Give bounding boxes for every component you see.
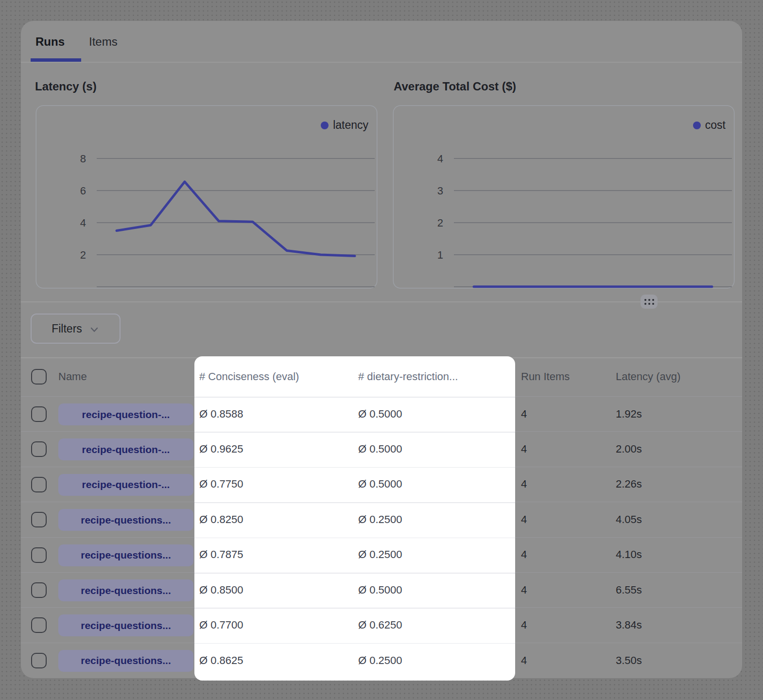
resize-drag-handle[interactable] — [641, 295, 658, 309]
latency-avg-cell: 2.00s — [616, 432, 642, 466]
row-checkbox[interactable] — [31, 512, 47, 527]
run-name-badge[interactable]: recipe-question-... — [58, 474, 193, 496]
run-name-badge[interactable]: recipe-questions... — [58, 650, 193, 672]
latency-chart-title: Latency (s) — [35, 80, 97, 93]
chevron-down-icon — [89, 324, 100, 335]
row-checkbox[interactable] — [31, 441, 47, 457]
run-name-badge[interactable]: recipe-questions... — [58, 614, 193, 636]
svg-text:6: 6 — [80, 185, 86, 197]
latency-avg-cell: 2.26s — [616, 467, 642, 502]
latency-chart: 2468 latency — [36, 106, 377, 288]
run-name-badge[interactable]: recipe-questions... — [58, 509, 193, 531]
conciseness-score-cell: Ø 0.7700 — [199, 608, 243, 642]
column-header-name: Name — [58, 357, 87, 396]
column-header-dietary-restriction: # dietary-restriction... — [358, 357, 458, 396]
table-row[interactable]: recipe-question-...Ø 0.8588Ø 0.500041.92… — [21, 397, 742, 432]
filters-button[interactable]: Filters — [31, 314, 121, 344]
latency-avg-cell: 4.05s — [616, 502, 642, 537]
row-checkbox[interactable] — [31, 547, 47, 563]
latency-avg-cell: 1.92s — [616, 397, 642, 431]
table-row[interactable]: recipe-question-...Ø 0.7750Ø 0.500042.26… — [21, 467, 742, 502]
latency-legend-label: latency — [333, 119, 368, 132]
table-row[interactable]: recipe-questions...Ø 0.8625Ø 0.250043.50… — [21, 643, 742, 678]
dietary-restriction-score-cell: Ø 0.5000 — [358, 573, 402, 607]
runs-panel: Runs Items Latency (s) Average Total Cos… — [21, 21, 742, 678]
run-items-cell: 4 — [521, 502, 527, 537]
table-header-row: Name # Conciseness (eval) # dietary-rest… — [21, 357, 742, 397]
table-row[interactable]: recipe-questions...Ø 0.7700Ø 0.625043.84… — [21, 608, 742, 643]
dimmed-page-background: Runs Items Latency (s) Average Total Cos… — [0, 0, 763, 700]
table-row[interactable]: recipe-questions...Ø 0.8500Ø 0.500046.55… — [21, 573, 742, 608]
dietary-restriction-score-cell: Ø 0.5000 — [358, 432, 402, 466]
row-checkbox[interactable] — [31, 653, 47, 668]
conciseness-score-cell: Ø 0.8250 — [199, 502, 243, 537]
dietary-restriction-score-cell: Ø 0.2500 — [358, 538, 402, 572]
conciseness-score-cell: Ø 0.7750 — [199, 467, 243, 502]
column-header-conciseness: # Conciseness (eval) — [199, 357, 299, 396]
latency-avg-cell: 3.84s — [616, 608, 642, 642]
run-items-cell: 4 — [521, 538, 527, 572]
tab-bar-divider — [21, 62, 742, 63]
filters-button-label: Filters — [52, 322, 82, 335]
conciseness-score-cell: Ø 0.8500 — [199, 573, 243, 607]
run-name-badge[interactable]: recipe-question-... — [58, 403, 193, 425]
svg-text:3: 3 — [437, 185, 443, 197]
svg-text:2: 2 — [437, 217, 443, 229]
cost-chart-legend: cost — [693, 119, 726, 132]
svg-text:2: 2 — [80, 249, 86, 261]
dietary-restriction-score-cell: Ø 0.5000 — [358, 467, 402, 502]
conciseness-score-cell: Ø 0.8625 — [199, 643, 243, 678]
dietary-restriction-score-cell: Ø 0.2500 — [358, 643, 402, 678]
cost-chart-title: Average Total Cost ($) — [394, 80, 516, 93]
run-items-cell: 4 — [521, 573, 527, 607]
cost-chart: 1234 cost — [394, 106, 734, 288]
run-items-cell: 4 — [521, 397, 527, 431]
row-checkbox[interactable] — [31, 582, 47, 598]
run-name-badge[interactable]: recipe-questions... — [58, 544, 193, 566]
latency-chart-legend: latency — [321, 119, 368, 132]
row-checkbox[interactable] — [31, 477, 47, 492]
svg-text:8: 8 — [80, 153, 86, 165]
column-header-latency-avg: Latency (avg) — [616, 357, 680, 396]
cost-legend-dot-icon — [693, 122, 701, 129]
column-header-run-items: Run Items — [521, 357, 570, 396]
drag-dots-icon — [644, 299, 654, 305]
run-items-cell: 4 — [521, 608, 527, 642]
svg-text:4: 4 — [437, 153, 443, 165]
cost-legend-label: cost — [705, 119, 726, 132]
run-name-badge[interactable]: recipe-question-... — [58, 438, 193, 460]
latency-avg-cell: 3.50s — [616, 643, 642, 678]
dietary-restriction-score-cell: Ø 0.5000 — [358, 397, 402, 431]
charts-section-divider — [21, 301, 742, 302]
latency-line-series — [117, 182, 355, 256]
latency-legend-dot-icon — [321, 122, 329, 129]
tab-runs[interactable]: Runs — [35, 35, 65, 49]
run-items-cell: 4 — [521, 467, 527, 502]
svg-text:4: 4 — [80, 217, 86, 229]
table-row[interactable]: recipe-questions...Ø 0.8250Ø 0.250044.05… — [21, 502, 742, 537]
dietary-restriction-score-cell: Ø 0.2500 — [358, 502, 402, 537]
latency-avg-cell: 6.55s — [616, 573, 642, 607]
select-all-checkbox[interactable] — [31, 369, 47, 385]
svg-text:1: 1 — [437, 249, 443, 261]
table-row[interactable]: recipe-questions...Ø 0.7875Ø 0.250044.10… — [21, 538, 742, 573]
active-tab-indicator — [31, 58, 81, 62]
row-checkbox[interactable] — [31, 617, 47, 633]
conciseness-score-cell: Ø 0.8588 — [199, 397, 243, 431]
conciseness-score-cell: Ø 0.9625 — [199, 432, 243, 466]
run-name-badge[interactable]: recipe-questions... — [58, 579, 193, 601]
latency-avg-cell: 4.10s — [616, 538, 642, 572]
row-checkbox[interactable] — [31, 406, 47, 422]
tab-items[interactable]: Items — [89, 35, 118, 49]
dietary-restriction-score-cell: Ø 0.6250 — [358, 608, 402, 642]
table-row[interactable]: recipe-question-...Ø 0.9625Ø 0.500042.00… — [21, 432, 742, 467]
run-items-cell: 4 — [521, 643, 527, 678]
conciseness-score-cell: Ø 0.7875 — [199, 538, 243, 572]
run-items-cell: 4 — [521, 432, 527, 466]
